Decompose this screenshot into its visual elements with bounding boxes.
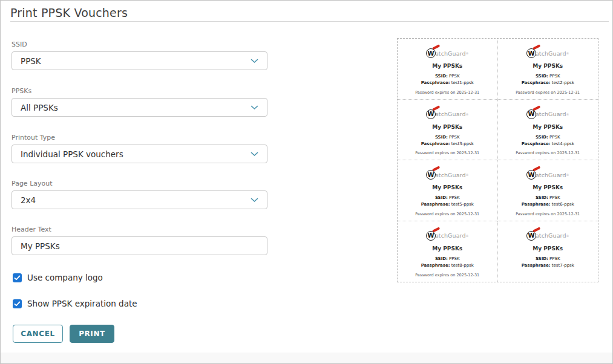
passphrase-value: test3-ppsk — [451, 141, 474, 146]
registered-mark: ® — [466, 173, 469, 177]
voucher-card: W atchGuard ® My PPSKs SSID: PPSK Passph… — [498, 221, 598, 282]
ssid-value: PPSK — [449, 195, 459, 200]
voucher-passphrase-line: Passphrase: test6-ppsk — [522, 202, 574, 207]
brand-wordmark: atchGuard — [536, 50, 566, 57]
ssid-key: SSID: — [536, 256, 548, 261]
voucher-header-text: My PPSKs — [432, 124, 462, 130]
voucher-preview: W atchGuard ® My PPSKs SSID: PPSK Passph… — [397, 38, 598, 282]
voucher-expiry-text: Password expires on 2025-12-31 — [498, 212, 598, 216]
watchguard-logo: W atchGuard ® — [426, 48, 469, 59]
voucher-passphrase-line: Passphrase: test2-ppsk — [522, 80, 574, 85]
ssid-key: SSID: — [435, 195, 448, 200]
chevron-down-icon — [251, 198, 258, 203]
use-company-logo-checkbox-row[interactable]: Use company logo — [13, 273, 103, 282]
ssid-label: SSID — [11, 41, 267, 48]
voucher-passphrase-line: Passphrase: test7-ppsk — [522, 263, 574, 268]
ssid-key: SSID: — [435, 256, 448, 261]
ssid-value: PPSK — [549, 195, 560, 200]
watchguard-logo: W atchGuard ® — [426, 109, 469, 120]
voucher-card: W atchGuard ® My PPSKs SSID: PPSK Passph… — [498, 160, 598, 221]
brand-initial: W — [426, 109, 436, 119]
brand-wordmark: atchGuard — [435, 232, 466, 239]
registered-mark: ® — [566, 51, 569, 55]
page-layout-selected-value: 2x4 — [21, 195, 36, 205]
ssid-value: PPSK — [549, 74, 560, 79]
brand-wordmark: atchGuard — [536, 232, 566, 239]
voucher-header-text: My PPSKs — [533, 63, 563, 69]
watchguard-logo: W atchGuard ® — [526, 48, 569, 59]
voucher-passphrase-line: Passphrase: test4-ppsk — [522, 141, 574, 146]
voucher-ssid-line: SSID: PPSK — [435, 74, 460, 79]
passphrase-value: test5-ppsk — [451, 202, 474, 207]
passphrase-key: Passphrase: — [421, 141, 450, 146]
page-layout-select[interactable]: 2x4 — [11, 190, 267, 209]
passphrase-key: Passphrase: — [522, 141, 551, 146]
watchguard-logo: W atchGuard ® — [426, 169, 469, 180]
voucher-ssid-line: SSID: PPSK — [536, 74, 560, 79]
ppsks-select[interactable]: All PPSKs — [11, 98, 267, 117]
voucher-card: W atchGuard ® My PPSKs SSID: PPSK Passph… — [498, 100, 598, 161]
ssid-value: PPSK — [449, 256, 459, 261]
ssid-field: SSID PPSK — [11, 41, 267, 70]
registered-mark: ® — [566, 173, 569, 177]
voucher-expiry-text: Password expires on 2025-12-31 — [398, 212, 497, 216]
ssid-key: SSID: — [435, 74, 448, 79]
voucher-expiry-text: Password expires on 2025-12-31 — [398, 273, 497, 278]
checkbox-checked-icon[interactable] — [13, 299, 22, 308]
voucher-header-text: My PPSKs — [533, 184, 563, 190]
watchguard-logo: W atchGuard ® — [526, 230, 569, 241]
page-footer-background — [1, 353, 612, 363]
page-layout-label: Page Layout — [11, 180, 267, 187]
voucher-passphrase-line: Passphrase: test3-ppsk — [421, 141, 474, 146]
voucher-header-text: My PPSKs — [432, 184, 462, 190]
ssid-value: PPSK — [449, 135, 459, 140]
voucher-expiry-text: Password expires on 2025-12-31 — [398, 90, 497, 95]
registered-mark: ® — [466, 51, 469, 55]
passphrase-key: Passphrase: — [421, 80, 450, 85]
ssid-value: PPSK — [549, 135, 560, 140]
ssid-select[interactable]: PPSK — [11, 51, 267, 70]
voucher-expiry-text: Password expires on 2025-12-31 — [398, 151, 497, 155]
passphrase-key: Passphrase: — [421, 202, 450, 207]
ssid-key: SSID: — [536, 135, 548, 140]
passphrase-key: Passphrase: — [522, 80, 551, 85]
header-text-field: Header Text — [11, 226, 267, 255]
ppsks-selected-value: All PPSKs — [21, 103, 58, 112]
print-button[interactable]: PRINT — [70, 325, 114, 343]
brand-wordmark: atchGuard — [536, 111, 566, 117]
checkbox-checked-icon[interactable] — [13, 273, 22, 282]
ssid-key: SSID: — [536, 195, 548, 200]
printout-type-field: Printout Type Individual PPSK vouchers — [11, 134, 267, 163]
brand-initial: W — [526, 231, 536, 241]
ssid-value: PPSK — [449, 74, 459, 79]
page-title: Print PPSK Vouchers — [10, 1, 609, 19]
voucher-card: W atchGuard ® My PPSKs SSID: PPSK Passph… — [398, 221, 498, 282]
show-expiration-date-label: Show PPSK expiration date — [27, 299, 137, 308]
voucher-header-text: My PPSKs — [432, 63, 462, 69]
registered-mark: ® — [466, 112, 469, 116]
brand-initial: W — [426, 231, 436, 241]
cancel-button[interactable]: CANCEL — [13, 325, 63, 343]
passphrase-value: test4-ppsk — [552, 141, 574, 146]
ssid-key: SSID: — [435, 135, 448, 140]
voucher-passphrase-line: Passphrase: test1-ppsk — [421, 80, 474, 85]
ssid-value: PPSK — [549, 256, 560, 261]
voucher-card: W atchGuard ® My PPSKs SSID: PPSK Passph… — [498, 39, 598, 100]
show-expiration-date-checkbox-row[interactable]: Show PPSK expiration date — [13, 299, 137, 308]
passphrase-value: test8-ppsk — [451, 263, 474, 268]
printout-type-label: Printout Type — [11, 134, 267, 141]
brand-initial: W — [526, 109, 536, 119]
watchguard-logo: W atchGuard ® — [426, 230, 469, 241]
voucher-ssid-line: SSID: PPSK — [536, 135, 560, 140]
brand-wordmark: atchGuard — [536, 172, 566, 178]
passphrase-key: Passphrase: — [421, 263, 450, 268]
printout-type-select[interactable]: Individual PPSK vouchers — [11, 145, 267, 163]
voucher-ssid-line: SSID: PPSK — [536, 195, 560, 200]
voucher-header-text: My PPSKs — [533, 245, 563, 252]
voucher-card: W atchGuard ® My PPSKs SSID: PPSK Passph… — [398, 100, 498, 161]
ppsks-field: PPSKs All PPSKs — [11, 87, 267, 117]
watchguard-logo: W atchGuard ® — [526, 109, 569, 120]
header-text-input[interactable] — [11, 236, 267, 255]
chevron-down-icon — [251, 105, 258, 110]
chevron-down-icon — [251, 59, 258, 63]
